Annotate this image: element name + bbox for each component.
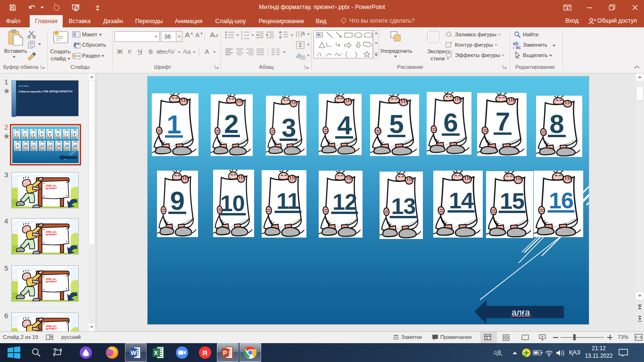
svg-text:12: 12 (41, 144, 44, 148)
svg-text:11: 11 (33, 144, 36, 148)
svg-text:Сабақтың тақырыбы: HTML МӘТІНД: Сабақтың тақырыбы: HTML МӘТІНДІ ФОРМАТТА… (18, 90, 73, 93)
svg-text:P: P (223, 349, 227, 356)
svg-text:HTML-тегі: HTML-тегі (46, 185, 56, 187)
svg-text:2: 2 (241, 33, 243, 37)
svg-text:5: 5 (49, 132, 51, 136)
svg-text:Я: Я (202, 349, 207, 357)
svg-text:ac: ac (516, 45, 521, 49)
svg-text:7: 7 (66, 132, 67, 136)
svg-text:15: 15 (65, 144, 69, 148)
svg-text:9: 9 (17, 144, 18, 148)
svg-text:дегеніміз?: дегеніміз? (46, 233, 57, 236)
svg-text:3: 3 (33, 132, 34, 136)
svg-text:1: 1 (241, 30, 243, 33)
svg-text:HTML-тегі: HTML-тегі (46, 231, 56, 233)
svg-text:A: A (302, 31, 305, 36)
svg-text:4: 4 (41, 132, 42, 136)
svg-text:6: 6 (57, 132, 59, 136)
svg-text:HTML-тегі: HTML-тегі (46, 325, 56, 328)
svg-text:HTML-тегі: HTML-тегі (46, 278, 56, 280)
svg-text:дегеніміз?: дегеніміз? (46, 187, 57, 189)
svg-text:13: 13 (49, 144, 52, 148)
svg-text:8: 8 (74, 132, 75, 136)
svg-text:10: 10 (24, 144, 28, 148)
svg-text:2: 2 (24, 132, 26, 136)
svg-text:1: 1 (16, 132, 18, 136)
svg-text:A: A (317, 33, 320, 36)
svg-text:16: 16 (74, 144, 77, 148)
svg-text:W: W (131, 349, 137, 356)
svg-text:дегеніміз?: дегеніміз? (46, 280, 57, 283)
svg-text:X: X (154, 349, 158, 356)
svg-text:28.11.2022ж: 28.11.2022ж (18, 85, 29, 87)
svg-text:3: 3 (241, 37, 243, 40)
svg-text:дегеніміз?: дегеніміз? (46, 328, 57, 330)
svg-text:14: 14 (57, 144, 61, 148)
